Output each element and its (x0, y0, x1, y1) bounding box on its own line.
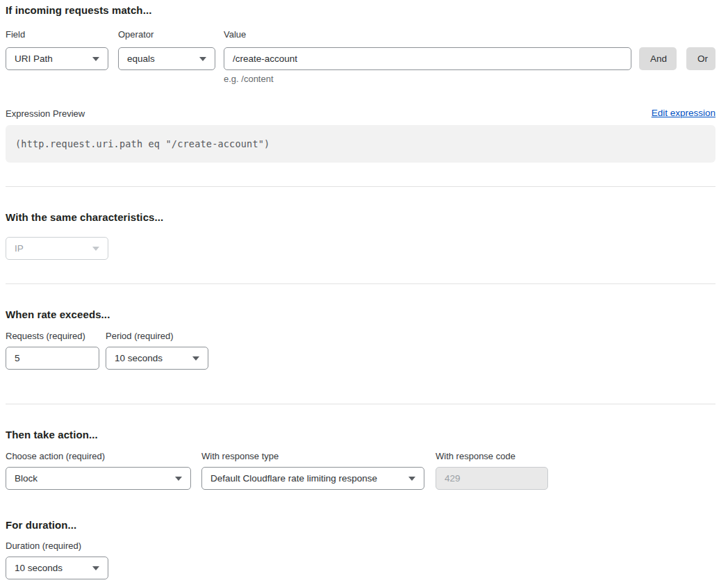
chevron-down-icon (92, 566, 99, 570)
value-helper-text: e.g. /content (224, 74, 274, 84)
duration-select-value: 10 seconds (15, 563, 63, 573)
choose-action-label: Choose action (required) (6, 451, 105, 461)
characteristic-select-value: IP (15, 243, 24, 254)
characteristics-section-heading: With the same characteristics... (6, 211, 163, 223)
value-label: Value (224, 29, 246, 40)
chevron-down-icon (92, 247, 99, 251)
period-label: Period (required) (106, 331, 174, 341)
response-code-label: With response code (436, 451, 515, 461)
rate-section-heading: When rate exceeds... (6, 308, 110, 320)
period-select[interactable]: 10 seconds (106, 347, 208, 370)
duration-label: Duration (required) (6, 541, 81, 551)
chevron-down-icon (408, 477, 415, 481)
field-label: Field (6, 29, 25, 40)
requests-input[interactable] (6, 347, 99, 370)
chevron-down-icon (92, 57, 99, 61)
operator-label: Operator (118, 29, 154, 40)
section-divider (6, 186, 715, 187)
field-select[interactable]: URI Path (6, 47, 108, 70)
match-section-heading: If incoming requests match... (6, 4, 151, 16)
expression-preview-label: Expression Preview (6, 108, 85, 119)
response-type-select-value: Default Cloudflare rate limiting respons… (210, 473, 377, 484)
duration-select[interactable]: 10 seconds (6, 557, 108, 579)
chevron-down-icon (175, 477, 182, 481)
choose-action-select[interactable]: Block (6, 467, 191, 490)
operator-select-value: equals (127, 53, 155, 64)
action-section-heading: Then take action... (6, 429, 98, 440)
edit-expression-link[interactable]: Edit expression (652, 108, 715, 118)
response-type-label: With response type (201, 451, 279, 461)
and-button[interactable]: And (639, 47, 677, 70)
chevron-down-icon (192, 356, 199, 361)
chevron-down-icon (199, 57, 206, 61)
choose-action-select-value: Block (15, 473, 38, 484)
period-select-value: 10 seconds (115, 353, 163, 363)
value-input[interactable] (224, 47, 631, 70)
response-code-input (436, 467, 548, 490)
or-button[interactable]: Or (686, 47, 715, 70)
operator-select[interactable]: equals (118, 47, 215, 70)
characteristic-select: IP (6, 237, 108, 260)
expression-preview-code: (http.request.uri.path eq "/create-accou… (6, 125, 715, 163)
requests-label: Requests (required) (6, 331, 85, 341)
section-divider (6, 404, 715, 404)
expression-text: (http.request.uri.path eq "/create-accou… (15, 138, 270, 149)
field-select-value: URI Path (15, 53, 53, 64)
section-divider (6, 283, 715, 284)
response-type-select[interactable]: Default Cloudflare rate limiting respons… (201, 467, 424, 490)
duration-section-heading: For duration... (6, 519, 76, 531)
